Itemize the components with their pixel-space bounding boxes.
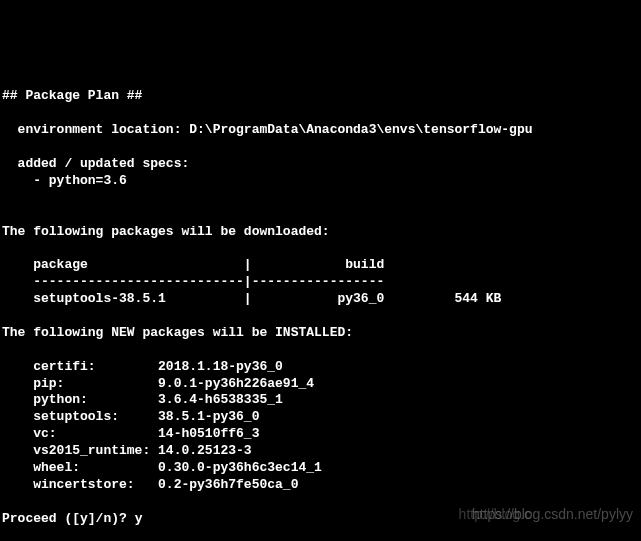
- specs-label: added / updated specs:: [2, 156, 189, 171]
- watermark-text: https://blog.csdn.net/pylyy: [472, 505, 633, 523]
- download-row: setuptools-38.5.1 | py36_0 544 KB: [2, 291, 501, 306]
- download-divider: ---------------------------|------------…: [2, 274, 384, 289]
- install-row: vs2015_runtime: 14.0.25123-3: [2, 443, 252, 458]
- proceed-answer[interactable]: y: [135, 511, 143, 526]
- terminal-output: ## Package Plan ## environment location:…: [0, 68, 641, 541]
- install-row: certifi: 2018.1.18-py36_0: [2, 359, 283, 374]
- spec-item: - python=3.6: [2, 173, 127, 188]
- install-row: python: 3.6.4-h6538335_1: [2, 392, 283, 407]
- install-row: wheel: 0.30.0-py36h6c3ec14_1: [2, 460, 322, 475]
- env-path: D:\ProgramData\Anaconda3\envs\tensorflow…: [189, 122, 532, 137]
- install-row: vc: 14-h0510ff6_3: [2, 426, 259, 441]
- install-heading: The following NEW packages will be INSTA…: [2, 325, 353, 340]
- download-col-header: package | build: [2, 257, 384, 272]
- install-row: setuptools: 38.5.1-py36_0: [2, 409, 259, 424]
- install-row: pip: 9.0.1-py36h226ae91_4: [2, 376, 314, 391]
- download-heading: The following packages will be downloade…: [2, 224, 330, 239]
- proceed-prompt: Proceed ([y]/n)?: [2, 511, 135, 526]
- env-label: environment location:: [2, 122, 189, 137]
- install-row: wincertstore: 0.2-py36h7fe50ca_0: [2, 477, 298, 492]
- plan-title: ## Package Plan ##: [2, 88, 142, 103]
